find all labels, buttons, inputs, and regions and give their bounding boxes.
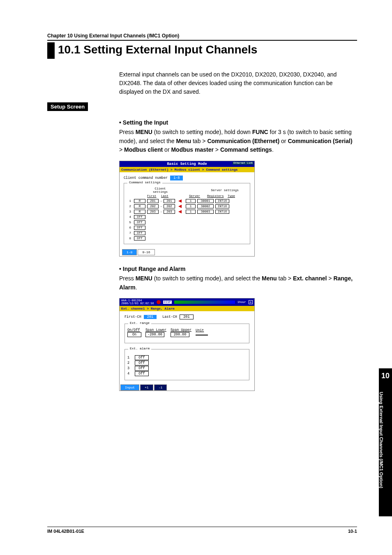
- setup-screen-label: Setup Screen: [47, 102, 88, 111]
- kw-func: FUNC: [252, 129, 268, 135]
- ss2-breadcrumb: Ext. channel > Range, Alarm: [120, 306, 254, 311]
- alarm-value[interactable]: Off: [135, 366, 149, 371]
- alarm-value[interactable]: Off: [135, 371, 149, 376]
- row-num: 3: [127, 210, 132, 213]
- alarm-value[interactable]: Off: [135, 361, 149, 365]
- ss2-datetime: 2008/12/03 02:02:56: [121, 302, 154, 305]
- kw: Menu: [262, 275, 277, 282]
- row-register[interactable]: 30002: [197, 204, 214, 208]
- t: .: [272, 146, 274, 153]
- first-ch-value[interactable]: 201: [144, 315, 157, 319]
- tab-minus1[interactable]: -1: [154, 384, 167, 391]
- screenshot-basic-setting: Basic Setting Mode Ethernet Link Communi…: [119, 161, 255, 257]
- row-rw[interactable]: Off: [134, 231, 145, 235]
- row-rw[interactable]: R: [134, 204, 145, 208]
- kw-menu: MENU: [136, 275, 152, 282]
- row-first[interactable]: 202: [147, 204, 159, 208]
- record-icon: [157, 300, 161, 304]
- screenshot-range-alarm: AAA-1-001204 2008/12/03 02:02:56 DISP 1h…: [119, 298, 255, 391]
- intro-paragraph: External input channels can be used on t…: [119, 70, 357, 96]
- row-last[interactable]: 201: [164, 199, 175, 203]
- t: .: [136, 284, 137, 291]
- row-server[interactable]: 1: [186, 210, 196, 214]
- row-rw[interactable]: R: [134, 199, 145, 203]
- command-row: 5Off: [127, 220, 247, 224]
- row-server[interactable]: 1: [186, 199, 196, 203]
- tab-input[interactable]: Input: [120, 384, 139, 391]
- row-type[interactable]: INT16: [215, 199, 229, 203]
- t: Press: [119, 129, 136, 135]
- page-footer: IM 04L42B01-01E 10-1: [47, 527, 357, 534]
- row-num: 1: [127, 199, 132, 203]
- row-rw[interactable]: Off: [134, 236, 145, 240]
- ext-range-fieldset: Ext. range On/Off On Span Lower -200.00 …: [125, 324, 249, 343]
- ss2-titlebar: AAA-1-001204 2008/12/03 02:02:56 DISP 1h…: [120, 298, 254, 306]
- ss1-titlebar: Basic Setting Mode Ethernet Link: [120, 161, 254, 167]
- alarm-row: 1Off: [127, 355, 247, 360]
- kw: Menu: [176, 138, 191, 144]
- alarm-num: 2: [127, 361, 131, 365]
- command-row: 3R203-203130003INT16: [127, 210, 247, 214]
- command-row: 4Off: [127, 215, 247, 219]
- fieldset-legend: Command settings: [127, 180, 162, 184]
- command-row: 1R201-201130001INT16: [127, 199, 247, 203]
- row-rw[interactable]: Off: [134, 215, 145, 219]
- col-last: Last: [161, 194, 173, 198]
- kw: Command settings: [220, 146, 272, 153]
- unit-label: Unit: [196, 328, 208, 333]
- last-ch-value[interactable]: 201: [180, 314, 194, 319]
- alarm-row: 2Off: [127, 361, 247, 365]
- unit-value[interactable]: [196, 335, 208, 335]
- row-type[interactable]: INT16: [215, 210, 229, 214]
- row-register[interactable]: 30003: [197, 210, 214, 214]
- row-type[interactable]: INT16: [215, 204, 229, 208]
- side-tab: 10 Using External Input Channels (/MC1 O…: [379, 368, 392, 516]
- alarm-value[interactable]: Off: [135, 355, 149, 360]
- t: (to switch to setting mode), hold down: [152, 129, 252, 135]
- alarm-row: 3Off: [127, 366, 247, 371]
- section-title-input: Setting the Input: [119, 119, 357, 126]
- ext-range-legend: Ext. range: [128, 321, 151, 325]
- t: or: [279, 138, 288, 144]
- t: (to switch to setting mode), and select …: [152, 275, 262, 282]
- client-cmd-range[interactable]: 1-8: [170, 176, 183, 180]
- row-rw[interactable]: Off: [134, 220, 145, 224]
- row-num: 7: [127, 231, 132, 235]
- tab-9-16[interactable]: 9-16: [138, 249, 154, 255]
- row-rw[interactable]: R: [134, 210, 145, 214]
- ext-alarm-fieldset: Ext. alarm 1Off2Off3Off4Off: [125, 349, 249, 380]
- kw: Modbus master: [171, 146, 213, 153]
- heading-text: 10.1 Setting External Input Channels: [58, 42, 257, 59]
- section-heading: 10.1 Setting External Input Channels: [47, 42, 357, 59]
- onoff-value[interactable]: On: [127, 332, 141, 337]
- span-lower-label: Span Lower: [145, 328, 166, 332]
- row-first[interactable]: 203: [147, 210, 159, 214]
- alarm-num: 3: [127, 366, 131, 370]
- alarm-num: 4: [127, 372, 131, 376]
- ext-alarm-legend: Ext. alarm: [128, 347, 151, 350]
- col-reg: Registers: [207, 194, 226, 198]
- row-server[interactable]: 1: [186, 204, 196, 208]
- span-upper-label: Span Upper: [171, 328, 191, 332]
- tab-plus1[interactable]: +1: [140, 384, 153, 391]
- kw-menu: MENU: [136, 129, 152, 135]
- row-register[interactable]: 30001: [197, 199, 214, 203]
- row-last[interactable]: 203: [164, 210, 175, 214]
- kw: Ext. channel: [293, 275, 327, 282]
- arrow-left-icon: [178, 210, 182, 213]
- dash: -: [160, 199, 162, 203]
- col-first: First: [147, 194, 159, 198]
- row-rw[interactable]: Off: [134, 226, 145, 230]
- span-lower-value[interactable]: -200.00: [145, 332, 164, 337]
- t: >: [327, 275, 333, 282]
- tab-1-8[interactable]: 1-8: [122, 249, 137, 255]
- row-num: 8: [127, 237, 132, 240]
- row-first[interactable]: 201: [147, 199, 159, 203]
- row-last[interactable]: 202: [164, 204, 175, 208]
- heading-marker: [47, 42, 55, 59]
- ss1-breadcrumb: Communication (Ethernet) > Modbus client…: [120, 167, 254, 172]
- side-chapter-number: 10: [379, 368, 392, 392]
- dash: -: [160, 210, 162, 213]
- span-upper-value[interactable]: 200.00: [171, 332, 189, 337]
- col-server: Server: [189, 194, 205, 198]
